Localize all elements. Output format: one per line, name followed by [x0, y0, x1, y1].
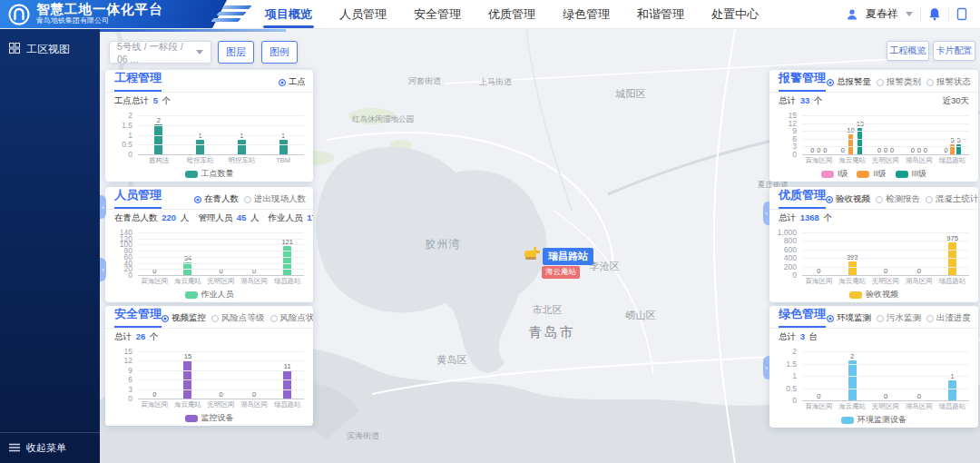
bar-value-label: 0	[917, 392, 921, 400]
bar-value-label: 2	[850, 352, 854, 360]
x-axis-label: 百海区间	[138, 400, 172, 410]
radio-option[interactable]: 风险点等级	[211, 312, 265, 324]
panel-note: 近30天	[942, 95, 969, 107]
stat-item: 管理人员 45 人	[198, 212, 259, 224]
panel-collapse-handle[interactable]: ‹	[100, 258, 106, 281]
nav-item[interactable]: 项目概览	[263, 0, 314, 28]
panel-radio-group: 在青人数进出现场人数	[194, 193, 306, 209]
x-axis-label: 湖岛区间	[902, 402, 936, 412]
radio-option[interactable]: 视频监控	[162, 312, 206, 324]
bar-value-label: 0	[152, 390, 156, 399]
legend-item[interactable]: 验收视频	[849, 289, 898, 300]
nav-item[interactable]: 安全管理	[412, 0, 463, 28]
y-axis-tick: 0	[771, 271, 797, 280]
dashboard-panel: 工程管理 工点 工点总计 5 个 2111 21.510.50 盾构法暗挖车站明…	[105, 70, 313, 182]
panel-stats: 总计 26 个	[105, 329, 313, 344]
radio-option[interactable]: 进出现场人数	[244, 193, 306, 205]
sidebar-item-workzone-view[interactable]: 工区视图	[0, 29, 100, 70]
x-axis-label: 湖岛区间	[902, 277, 936, 287]
line-section-select[interactable]: 5号线 / 一标段 / 06 ...	[109, 41, 211, 64]
nav-item[interactable]: 和谐管理	[635, 0, 686, 28]
collapse-menu-button[interactable]: 收起菜单	[0, 432, 100, 463]
excavator-marker-icon[interactable]	[524, 247, 540, 260]
user-name[interactable]: 夏春祥	[866, 6, 898, 22]
divider	[948, 8, 949, 21]
panel-collapse-handle[interactable]: ›	[763, 202, 769, 225]
bar-chart: 05400121 140120100806040200	[138, 232, 304, 276]
panel-collapse-handle[interactable]: ‹	[100, 195, 106, 219]
panel-radio-group: 环境监测污水监测出渣进度	[827, 312, 971, 328]
bar-chart: 2111 21.510.50	[138, 115, 304, 155]
panel-title: 工程管理	[114, 70, 162, 92]
card-config-button[interactable]: 卡片配置	[933, 41, 975, 61]
bar-value-label: 5	[950, 136, 954, 144]
x-axis-label: 瑞昌路站	[270, 277, 304, 287]
stat-item: 工点总计 5 个	[114, 95, 171, 107]
radio-option[interactable]: 风险点状态	[270, 312, 314, 324]
project-overview-button[interactable]: 工程概览	[887, 41, 929, 61]
legend-item[interactable]: 环境监测设备	[841, 414, 906, 426]
line-select-value: 5号线 / 一标段 / 06 ...	[117, 41, 196, 64]
chart-legend: 监控设备	[105, 410, 313, 426]
stat-item: 总计 3 台	[779, 331, 818, 343]
layers-button[interactable]: 图层	[218, 41, 254, 64]
y-axis-tick: 1.5	[107, 121, 132, 130]
menu-collapse-icon	[9, 443, 20, 454]
left-sidebar: 工区视图 收起菜单	[0, 29, 100, 463]
map-place-label: 崂山区	[626, 309, 656, 322]
legend-item[interactable]: 监控设备	[185, 412, 234, 424]
radio-option[interactable]: 报警状态	[926, 76, 971, 88]
bar-value-label: 2	[157, 116, 161, 124]
radio-option[interactable]: 环境监测	[827, 312, 871, 324]
legend-item[interactable]: 作业人员	[185, 289, 234, 300]
substation-badge[interactable]: 海云庵站	[542, 266, 580, 279]
chart-legend: 环境监测设备	[769, 412, 978, 428]
panel-title: 优质管理	[779, 187, 826, 209]
bar-chart: 00001013000000055 15129630	[802, 115, 969, 155]
x-axis-label: 湖岛区间	[238, 400, 271, 410]
chart-x-labels: 盾构法暗挖车站明挖车站TBM	[138, 156, 304, 166]
radio-option[interactable]: 工点	[279, 76, 306, 88]
x-axis-label: 宪明区间	[869, 402, 903, 412]
fullscreen-icon[interactable]	[956, 7, 967, 21]
radio-option[interactable]: 混凝土统计	[926, 193, 978, 205]
notification-bell-icon[interactable]	[928, 7, 941, 21]
y-axis-tick: 2	[771, 347, 797, 356]
legend-item[interactable]: I级	[821, 168, 848, 180]
map-place-label: 城阳区	[616, 87, 646, 101]
chevron-down-icon[interactable]	[906, 12, 913, 16]
map-place-label: 黄岛区	[437, 353, 467, 367]
bar-value-label: 0	[817, 392, 820, 400]
panel-collapse-handle[interactable]: ›	[763, 356, 769, 379]
legend-item[interactable]: II级	[857, 168, 886, 180]
nav-item[interactable]: 优质管理	[486, 0, 537, 28]
bar-value-label: 0	[884, 267, 887, 275]
panel-stats: 在青总人数 220 人管理人员 45 人作业人员 175 人	[105, 210, 313, 225]
map-place-label: 滨海街道	[347, 430, 379, 442]
nav-item[interactable]: 绿色管理	[561, 0, 612, 28]
radio-option[interactable]: 总报警量	[827, 76, 871, 88]
radio-option[interactable]: 报警类别	[877, 76, 921, 88]
x-axis-label: 瑞昌路站	[936, 156, 969, 166]
x-axis-label: 百海区间	[138, 277, 172, 287]
x-axis-label: 海云庵站	[172, 400, 205, 410]
station-badge[interactable]: 瑞昌路站	[543, 248, 593, 265]
legend-item[interactable]: III级	[896, 168, 927, 180]
radio-option[interactable]: 验收视频	[826, 193, 870, 205]
nav-item[interactable]: 人员管理	[338, 0, 388, 28]
y-axis-tick: 2	[107, 111, 132, 120]
x-axis-label: 暗挖车站	[180, 156, 221, 166]
y-axis-tick: 0	[107, 394, 132, 403]
legend-button[interactable]: 图例	[261, 41, 298, 64]
radio-option[interactable]: 出渣进度	[926, 312, 971, 324]
y-axis-tick: 1.5	[771, 360, 797, 369]
dashboard-panel: 人员管理 在青人数进出现场人数 在青总人数 220 人管理人员 45 人作业人员…	[105, 187, 313, 302]
radio-option[interactable]: 污水监测	[877, 312, 921, 324]
y-axis-tick: 0.5	[771, 384, 797, 393]
legend-item[interactable]: 工点数量	[185, 168, 234, 180]
header-accent-strip	[100, 29, 286, 32]
nav-item[interactable]: 处置中心	[710, 0, 760, 28]
radio-option[interactable]: 检测报告	[876, 193, 920, 205]
y-axis-tick: 0.5	[107, 140, 132, 149]
radio-option[interactable]: 在青人数	[194, 193, 239, 205]
